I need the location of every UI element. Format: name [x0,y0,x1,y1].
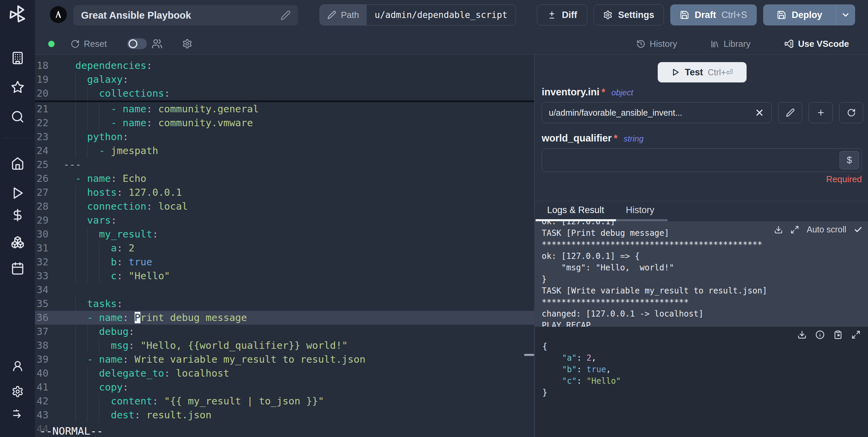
app-window: Great Ansible Playbook Path u/admin/depe… [0,0,868,437]
library-label: Library [724,39,750,49]
world-qualifier-label-row: world_qualifier * string [542,133,643,144]
reset-refresh-icon [71,39,80,49]
code-line: 26 - name: Echo [35,172,534,186]
deploy-dropdown[interactable] [836,10,855,20]
result-pane[interactable]: { "a": 2, "b": true, "c": "Hello"} [535,327,868,437]
draft-shortcut: Ctrl+S [721,10,747,20]
draft-label: Draft [695,10,716,20]
path-button[interactable]: Path u/admin/dependable_script [320,4,516,25]
add-resource-button[interactable] [809,102,833,123]
world-qualifier-required-mark: * [614,133,617,144]
code-line: 23 python: [35,130,534,144]
draft-button[interactable]: Draft Ctrl+S [670,4,757,25]
deploy-main[interactable]: Deploy [763,10,836,20]
code-line: 28 connection: local [35,200,534,213]
panel-resize-handle[interactable] [524,354,534,356]
result-line: } [542,387,861,398]
info-icon[interactable] [815,330,825,339]
editor-settings-gear-icon[interactable] [182,39,192,49]
download-result-icon[interactable] [797,330,807,339]
code-line: 21 - name: community.general [35,102,534,116]
deploy-button[interactable]: Deploy [763,4,855,25]
edit-title-pencil-icon[interactable] [281,10,291,20]
search-icon[interactable] [11,110,24,124]
settings-gear-icon[interactable] [12,385,24,398]
world-qualifier-field-type: string [624,134,644,144]
home-icon[interactable] [11,157,24,170]
result-line: "a": 2, [542,352,861,364]
reset-button[interactable]: Reset [71,39,107,49]
windmill-logo[interactable] [8,5,27,24]
diff-mode-toggle[interactable] [127,38,147,49]
code-line: 37 debug: [35,325,534,339]
code-line: 25--- [35,158,534,172]
code-line: 42 content: "{{ my_result | to_json }}" [35,394,534,408]
code-line: 41 copy: [35,380,534,394]
plus-icon [816,108,825,117]
status-dot [48,41,55,47]
deploy-label: Deploy [792,10,822,20]
code-line: 36 - name: Print debug message [35,311,534,325]
code-line: 44 [35,422,534,436]
code-line: 31 a: 2 [35,241,534,255]
schedules-calendar-icon[interactable] [11,262,24,275]
copy-clipboard-icon[interactable] [833,330,843,339]
inventory-resource-input[interactable]: u/admin/favorable_ansible_invent... [542,102,772,123]
diff-label: Diff [562,10,577,20]
world-qualifier-textarea[interactable]: $ [542,148,862,172]
top-header: Great Ansible Playbook Path u/admin/depe… [35,0,868,33]
save-icon [680,10,689,20]
variables-dollar-icon[interactable] [11,208,24,222]
library-button[interactable]: Library [710,39,750,49]
favorites-star-icon[interactable] [11,80,24,94]
code-editor[interactable]: 18 dependencies:19 galaxy:20 collections… [35,55,534,437]
edit-resource-button[interactable] [778,102,802,123]
vim-mode-indicator: --NORMAL-- [40,425,103,437]
inventory-field-name: inventory.ini [542,87,599,98]
library-books-icon [710,39,719,49]
script-title-input[interactable]: Great Ansible Playbook [74,5,298,25]
tab-history[interactable]: History [626,205,654,215]
expand-logs-icon[interactable] [790,225,799,234]
tab-logs-result[interactable]: Logs & Result [547,205,604,215]
settings-button[interactable]: Settings [594,4,664,25]
refresh-resource-button[interactable] [839,102,863,123]
sidebar [0,0,35,437]
log-line: ****************************************… [542,239,868,250]
code-line: 18 dependencies: [35,59,534,73]
test-button[interactable]: Test Ctrl+⏎ [658,62,747,82]
panel-section-divider [535,201,868,201]
autoscroll-label: Auto scroll [807,225,846,234]
chevron-down-icon [841,10,850,20]
logs-toolbar: Auto scroll [774,225,863,234]
inventory-field-label-row: inventory.ini * object [542,87,633,98]
test-play-icon [671,68,680,77]
collaborators-users-icon[interactable] [152,38,162,49]
logs-pane[interactable]: ok: [127.0.0.1]TASK [Print debug message… [535,221,868,327]
expand-result-icon[interactable] [851,330,861,339]
code-line: 35 tasks: [35,297,534,311]
path-value-text: u/admin/dependable_script [367,5,516,25]
clear-x-icon[interactable] [754,108,765,118]
inventory-resource-value: u/admin/favorable_ansible_invent... [549,108,754,118]
resources-boxes-icon[interactable] [11,235,24,249]
use-vscode-button[interactable]: Use VScode [784,39,849,49]
user-icon[interactable] [12,360,24,372]
history-label: History [650,39,677,49]
autoscroll-check-icon[interactable] [854,225,863,234]
workers-arrow-icon[interactable] [12,407,24,419]
download-logs-icon[interactable] [774,225,783,234]
script-title-text: Great Ansible Playbook [81,10,281,21]
log-line: } [542,273,868,285]
workspace-building-icon[interactable] [11,51,24,65]
inventory-required-mark: * [601,87,605,98]
history-button[interactable]: History [636,39,677,49]
inventory-field-type: object [612,88,633,97]
insert-variable-dollar-button[interactable]: $ [840,151,859,169]
code-line: 38 msg: "Hello, {{world_qualifier}} worl… [35,339,534,353]
path-pencil-icon [327,11,336,19]
code-line: 24 - jmespath [35,144,534,158]
code-line: 40 delegate_to: localhost [35,366,534,380]
runs-play-icon[interactable] [11,186,24,200]
diff-button[interactable]: Diff [537,4,587,25]
